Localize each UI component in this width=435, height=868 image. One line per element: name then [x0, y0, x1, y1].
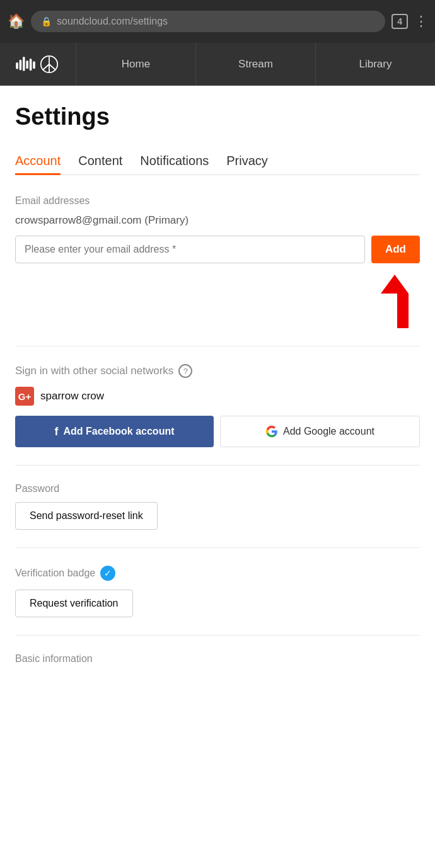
browser-menu-icon[interactable]: ⋮ [414, 13, 427, 30]
svg-rect-5 [33, 61, 35, 69]
add-facebook-button[interactable]: f Add Facebook account [15, 416, 214, 447]
nav-library[interactable]: Library [315, 43, 435, 86]
verification-section-label: Verification badge ✓ [15, 566, 420, 581]
svg-rect-2 [23, 57, 25, 71]
svg-line-9 [49, 64, 55, 70]
settings-tabs: Account Content Notifications Privacy [15, 148, 420, 175]
svg-line-8 [43, 64, 49, 70]
browser-url: soundcloud.com/settings [57, 16, 168, 27]
verified-check-icon: ✓ [100, 566, 115, 581]
tab-content[interactable]: Content [78, 149, 122, 175]
nav-home[interactable]: Home [76, 43, 195, 86]
google-g-icon [265, 425, 278, 438]
social-buttons: f Add Facebook account Add Google accoun… [15, 416, 420, 447]
social-help-icon[interactable]: ? [178, 364, 192, 378]
primary-email: crowsparrow8@gmail.com (Primary) [15, 214, 420, 227]
divider-2 [15, 465, 420, 465]
tab-notifications[interactable]: Notifications [140, 149, 209, 175]
request-verification-button[interactable]: Request verification [15, 590, 133, 617]
password-reset-button[interactable]: Send password-reset link [15, 502, 158, 530]
arrow-shaft [397, 294, 409, 328]
add-facebook-label: Add Facebook account [63, 426, 174, 437]
social-signin-label: Sign in with other social networks ? [15, 364, 420, 378]
page-title: Settings [15, 103, 420, 130]
divider-4 [15, 635, 420, 636]
svg-rect-4 [30, 59, 32, 71]
email-input[interactable] [15, 236, 365, 263]
divider-3 [15, 547, 420, 548]
connected-google-account: G+ sparrow crow [15, 387, 420, 406]
tab-privacy[interactable]: Privacy [226, 149, 268, 175]
browser-chrome: 🏠 🔒 soundcloud.com/settings 4 ⋮ [0, 0, 435, 43]
sc-navbar: Home Stream Library [0, 43, 435, 86]
sc-nav-items: Home Stream Library [76, 43, 435, 86]
email-input-row: Add [15, 236, 420, 263]
address-bar[interactable]: 🔒 soundcloud.com/settings [31, 11, 385, 32]
email-section-label: Email addresses [15, 195, 420, 207]
add-google-label: Add Google account [283, 426, 374, 437]
add-google-button[interactable]: Add Google account [220, 416, 420, 447]
svg-rect-0 [16, 62, 18, 69]
sc-logo[interactable] [0, 43, 76, 86]
arrow-annotation [15, 275, 420, 328]
basic-info-label: Basic information [15, 653, 420, 665]
google-plus-icon: G+ [15, 387, 34, 406]
settings-page: Settings Account Content Notifications P… [0, 86, 435, 690]
svg-rect-1 [20, 60, 22, 71]
arrow-up-icon [381, 275, 409, 294]
nav-stream[interactable]: Stream [195, 43, 315, 86]
lock-icon: 🔒 [41, 16, 52, 26]
tabs-count-badge[interactable]: 4 [392, 14, 408, 29]
tab-account[interactable]: Account [15, 149, 61, 175]
home-icon[interactable]: 🏠 [8, 13, 25, 30]
divider-1 [15, 346, 420, 346]
add-email-button[interactable]: Add [371, 236, 420, 263]
password-section-label: Password [15, 483, 420, 494]
facebook-icon: f [54, 425, 58, 438]
svg-rect-3 [26, 60, 28, 69]
google-account-name: sparrow crow [40, 390, 104, 403]
